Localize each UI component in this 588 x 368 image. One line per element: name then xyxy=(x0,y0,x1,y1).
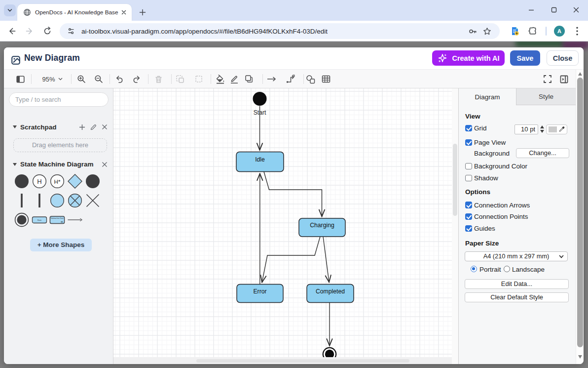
browser-tab[interactable]: OpenDocs - AI Knowledge Base xyxy=(17,4,132,21)
copy-button[interactable] xyxy=(173,72,187,86)
url-text[interactable]: ai-toolbox.visual-paradigm.com/app/opend… xyxy=(81,28,465,35)
tab-search-button[interactable] xyxy=(4,4,16,16)
connection-arrows-checkbox[interactable] xyxy=(465,202,472,208)
palette-exit-point[interactable] xyxy=(67,193,83,208)
diagram-canvas[interactable]: Start Idle Charging Error Completed xyxy=(113,88,452,357)
grid-size-spinner[interactable] xyxy=(539,124,545,134)
node-final[interactable] xyxy=(323,348,336,357)
palette-join-bar[interactable] xyxy=(32,193,47,208)
scratchpad-close-button[interactable] xyxy=(101,123,109,131)
scratchpad-add-button[interactable] xyxy=(78,123,86,131)
palette-choice[interactable] xyxy=(67,173,83,189)
connection-points-checkbox[interactable] xyxy=(465,213,472,220)
insert-table-button[interactable] xyxy=(319,72,333,86)
edge-charging-error[interactable] xyxy=(262,237,320,282)
window-close-button[interactable] xyxy=(569,5,584,15)
save-button[interactable]: Save xyxy=(510,50,540,66)
app-scrollbar[interactable] xyxy=(576,70,584,364)
zoom-level-dropdown[interactable]: 95% xyxy=(37,72,68,86)
undo-button[interactable] xyxy=(113,72,127,86)
palette-deep-history[interactable]: H* xyxy=(49,173,65,189)
reload-button[interactable] xyxy=(41,25,54,38)
edge-idle-charging[interactable] xyxy=(264,172,322,216)
profile-avatar[interactable]: A xyxy=(554,26,565,37)
forward-button[interactable] xyxy=(23,25,36,38)
shape-search-box[interactable] xyxy=(9,92,109,107)
edge-charging-completed[interactable] xyxy=(323,237,329,282)
scratchpad-dropzone[interactable]: Drag elements here xyxy=(13,138,107,152)
edit-data-button[interactable]: Edit Data... xyxy=(465,279,569,289)
back-button[interactable] xyxy=(5,25,18,38)
redo-button[interactable] xyxy=(129,72,143,86)
line-color-button[interactable] xyxy=(227,72,241,86)
clear-default-style-button[interactable]: Clear Default Style xyxy=(465,292,569,302)
canvas-vertical-scrollbar[interactable] xyxy=(452,88,459,364)
fullscreen-button[interactable] xyxy=(541,72,554,86)
shadow-checkbox[interactable] xyxy=(465,175,472,182)
app-scrollbar-thumb[interactable] xyxy=(577,78,583,347)
palette-submachine-state[interactable]: Submachine State∞ xyxy=(49,212,65,228)
zoom-in-button[interactable] xyxy=(74,72,88,86)
close-button[interactable]: Close xyxy=(547,50,579,66)
spinner-up-icon[interactable] xyxy=(540,125,544,128)
node-error-label[interactable]: Error xyxy=(253,288,266,295)
shape-section-header[interactable]: State Machine Diagram xyxy=(13,160,109,169)
node-charging-label[interactable]: Charging xyxy=(310,222,334,229)
palette-shallow-history[interactable]: H xyxy=(32,173,47,189)
palette-fork-bar[interactable] xyxy=(14,193,30,208)
toggle-left-panel-button[interactable] xyxy=(13,72,27,86)
new-tab-button[interactable] xyxy=(136,6,149,19)
site-info-button[interactable] xyxy=(64,25,78,38)
scrollbar-up-arrow[interactable] xyxy=(578,72,582,76)
scratchpad-section-header[interactable]: Scratchpad xyxy=(13,123,109,131)
password-key-button[interactable] xyxy=(465,25,480,38)
grid-size-input[interactable] xyxy=(514,124,538,134)
guides-checkbox[interactable] xyxy=(465,225,472,232)
bookmark-star-button[interactable] xyxy=(480,25,494,38)
portrait-radio[interactable] xyxy=(471,266,477,272)
window-maximize-button[interactable] xyxy=(547,5,561,15)
palette-transition[interactable] xyxy=(67,212,83,228)
palette-final-state[interactable] xyxy=(14,212,30,228)
extensions-puzzle-button[interactable] xyxy=(527,26,538,37)
spinner-down-icon[interactable] xyxy=(540,130,544,133)
create-with-ai-button[interactable]: Create with AI xyxy=(432,50,505,66)
horizontal-scrollbar-thumb[interactable] xyxy=(196,359,409,363)
canvas-horizontal-scrollbar[interactable] xyxy=(113,357,452,364)
node-idle-label[interactable]: Idle xyxy=(255,156,265,163)
address-bar[interactable]: ai-toolbox.visual-paradigm.com/app/opend… xyxy=(60,23,500,39)
palette-state[interactable]: State xyxy=(32,212,47,228)
paste-button[interactable] xyxy=(192,72,206,86)
palette-initial-state-2[interactable] xyxy=(85,173,101,189)
scrollbar-down-arrow[interactable] xyxy=(578,355,582,359)
grid-color-button[interactable] xyxy=(546,124,567,134)
more-shapes-button[interactable]: + More Shapes xyxy=(30,239,92,251)
palette-terminate[interactable] xyxy=(85,193,101,208)
node-completed-label[interactable]: Completed xyxy=(316,288,345,295)
delete-button[interactable] xyxy=(151,72,165,86)
browser-menu-button[interactable] xyxy=(572,26,582,37)
search-input[interactable] xyxy=(15,96,102,103)
shadow-button[interactable] xyxy=(242,72,256,86)
palette-junction[interactable] xyxy=(49,193,65,208)
background-color-checkbox[interactable] xyxy=(465,163,472,170)
insert-shape-button[interactable] xyxy=(303,72,317,86)
toggle-right-panel-button[interactable] xyxy=(557,72,571,86)
tab-style[interactable]: Style xyxy=(516,88,576,105)
paper-size-select[interactable]: A4 (210 mm x 297 mm) xyxy=(465,251,568,261)
add-connector-button[interactable] xyxy=(284,72,297,86)
section-close-button[interactable] xyxy=(101,161,109,168)
add-edge-button[interactable] xyxy=(265,72,279,86)
palette-initial-state[interactable] xyxy=(14,173,30,189)
page-view-checkbox[interactable] xyxy=(465,139,472,146)
vertical-scrollbar-thumb[interactable] xyxy=(453,144,457,216)
zoom-out-button[interactable] xyxy=(92,72,106,86)
tab-diagram[interactable]: Diagram xyxy=(459,88,516,105)
landscape-radio[interactable] xyxy=(504,266,510,272)
scratchpad-edit-button[interactable] xyxy=(89,123,97,131)
background-change-button[interactable]: Change... xyxy=(516,148,569,158)
extension-doc-button[interactable] xyxy=(510,26,520,37)
grid-checkbox[interactable] xyxy=(465,125,472,132)
fill-color-button[interactable] xyxy=(213,72,227,86)
node-start[interactable] xyxy=(253,92,267,106)
